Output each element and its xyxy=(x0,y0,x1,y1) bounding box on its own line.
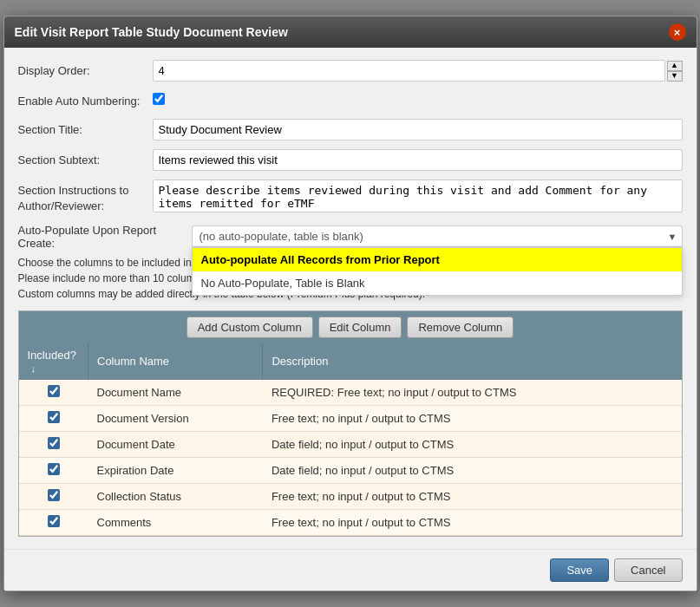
section-subtext-input[interactable] xyxy=(153,149,683,171)
th-included-label: Included? xyxy=(28,349,76,362)
dialog-footer: Save Cancel xyxy=(4,549,697,591)
section-title-control xyxy=(153,119,683,140)
enable-auto-numbering-control xyxy=(153,90,683,105)
td-column-name: Collection Status xyxy=(88,483,263,509)
remove-column-button[interactable]: Remove Column xyxy=(407,317,514,338)
section-subtext-row: Section Subtext: xyxy=(18,149,683,171)
table-body: Document NameREQUIRED: Free text; no inp… xyxy=(19,380,682,536)
section-instructions-label: Section Instructions to Author/Reviewer: xyxy=(18,179,153,214)
columns-table: Included? ↓ Column Name Description Docu… xyxy=(19,343,682,536)
section-title-row: Section Title: xyxy=(18,119,683,140)
th-description: Description xyxy=(263,343,682,380)
enable-auto-numbering-row: Enable Auto Numbering: xyxy=(18,90,683,109)
td-description: Free text; no input / output to CTMS xyxy=(263,405,682,431)
td-description: Date field; no input / output to CTMS xyxy=(263,457,682,483)
td-column-name: Document Version xyxy=(88,405,263,431)
row-included-checkbox[interactable] xyxy=(48,411,60,423)
display-order-row: Display Order: ▲ ▼ xyxy=(18,60,683,82)
table-row: Collection StatusFree text; no input / o… xyxy=(19,483,682,509)
table-row: Document VersionFree text; no input / ou… xyxy=(19,405,682,431)
auto-populate-dropdown-menu: Auto-populate All Records from Prior Rep… xyxy=(192,247,683,296)
table-row: CommentsFree text; no input / output to … xyxy=(19,509,682,535)
auto-populate-select[interactable]: (no auto-populate, table is blank) Auto-… xyxy=(192,225,683,247)
save-button[interactable]: Save xyxy=(550,558,609,582)
spinner-up-button[interactable]: ▲ xyxy=(667,61,683,71)
th-column-name-label: Column Name xyxy=(97,355,169,368)
row-included-checkbox[interactable] xyxy=(48,515,60,527)
row-included-checkbox[interactable] xyxy=(48,463,60,475)
enable-auto-numbering-label: Enable Auto Numbering: xyxy=(18,90,153,109)
sort-icon: ↓ xyxy=(31,363,36,374)
row-included-checkbox[interactable] xyxy=(48,385,60,397)
td-column-name: Document Name xyxy=(88,380,263,406)
th-included: Included? ↓ xyxy=(19,343,88,380)
section-subtext-label: Section Subtext: xyxy=(18,149,153,168)
table-header-row: Included? ↓ Column Name Description xyxy=(19,343,682,380)
cancel-button[interactable]: Cancel xyxy=(614,558,682,582)
display-order-input[interactable] xyxy=(153,60,665,82)
td-included xyxy=(19,483,88,509)
dialog-body: Display Order: ▲ ▼ Enable Auto Numbering… xyxy=(4,48,697,548)
dialog-title: Edit Visit Report Table Study Document R… xyxy=(15,25,288,39)
auto-populate-dropdown-wrap: (no auto-populate, table is blank) Auto-… xyxy=(192,225,683,247)
td-description: REQUIRED: Free text; no input / output t… xyxy=(263,380,682,406)
section-instructions-control: Please describe items reviewed during th… xyxy=(153,179,683,215)
edit-visit-report-dialog: Edit Visit Report Table Study Document R… xyxy=(3,16,697,591)
section-title-input[interactable] xyxy=(153,119,683,140)
dropdown-item-no-populate[interactable]: No Auto-Populate, Table is Blank xyxy=(193,271,682,295)
row-included-checkbox[interactable] xyxy=(48,489,60,501)
auto-populate-row: Auto-Populate Upon Report Create: (no au… xyxy=(18,224,683,250)
enable-auto-numbering-checkbox[interactable] xyxy=(153,93,165,105)
row-included-checkbox[interactable] xyxy=(48,437,60,449)
table-row: Document DateDate field; no input / outp… xyxy=(19,431,682,457)
td-column-name: Document Date xyxy=(88,431,263,457)
display-order-label: Display Order: xyxy=(18,60,153,79)
table-row: Expiration DateDate field; no input / ou… xyxy=(19,457,682,483)
td-included xyxy=(19,405,88,431)
columns-table-container: Add Custom Column Edit Column Remove Col… xyxy=(18,310,683,537)
auto-populate-label: Auto-Populate Upon Report Create: xyxy=(18,224,192,250)
td-included xyxy=(19,431,88,457)
display-order-spinner: ▲ ▼ xyxy=(667,61,683,82)
section-subtext-control xyxy=(153,149,683,171)
section-title-label: Section Title: xyxy=(18,119,153,138)
dropdown-item-all-records[interactable]: Auto-populate All Records from Prior Rep… xyxy=(193,248,682,271)
add-custom-column-button[interactable]: Add Custom Column xyxy=(186,317,313,338)
table-header: Included? ↓ Column Name Description xyxy=(19,343,682,380)
th-description-label: Description xyxy=(271,355,328,368)
table-row: Document NameREQUIRED: Free text; no inp… xyxy=(19,380,682,406)
edit-column-button[interactable]: Edit Column xyxy=(318,317,402,338)
td-description: Free text; no input / output to CTMS xyxy=(263,509,682,535)
dialog-header: Edit Visit Report Table Study Document R… xyxy=(4,16,697,48)
td-description: Date field; no input / output to CTMS xyxy=(263,431,682,457)
section-instructions-input[interactable]: Please describe items reviewed during th… xyxy=(153,179,683,212)
spinner-down-button[interactable]: ▼ xyxy=(667,71,683,82)
th-column-name: Column Name xyxy=(88,343,263,380)
close-button[interactable]: × xyxy=(669,23,686,41)
td-included xyxy=(19,457,88,483)
td-column-name: Expiration Date xyxy=(88,457,263,483)
section-instructions-row: Section Instructions to Author/Reviewer:… xyxy=(18,179,683,215)
auto-populate-section: Auto-Populate Upon Report Create: (no au… xyxy=(18,224,683,250)
td-included xyxy=(19,380,88,406)
td-description: Free text; no input / output to CTMS xyxy=(263,483,682,509)
td-included xyxy=(19,509,88,535)
display-order-control: ▲ ▼ xyxy=(153,60,683,82)
td-column-name: Comments xyxy=(88,509,263,535)
table-toolbar: Add Custom Column Edit Column Remove Col… xyxy=(19,311,682,343)
